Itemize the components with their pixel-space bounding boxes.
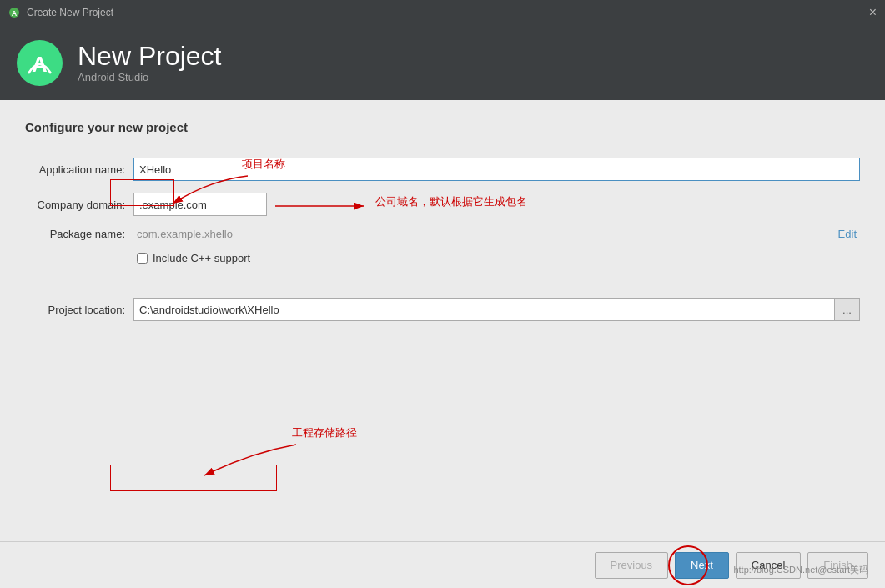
- project-location-label: Project location:: [25, 304, 133, 316]
- form-area: Application name: Company domain: 公司域名，默…: [25, 158, 860, 264]
- company-domain-annotation: 公司域名，默认根据它生成包名: [375, 194, 527, 209]
- company-domain-row: Company domain: 公司域名，默认根据它生成包名: [25, 193, 860, 216]
- previous-button[interactable]: Previous: [595, 552, 669, 579]
- package-name-label: Package name:: [25, 228, 133, 240]
- company-domain-label: Company domain:: [25, 199, 133, 211]
- close-button[interactable]: ×: [869, 6, 877, 19]
- project-name-arrow: [168, 172, 252, 214]
- project-path-arrow: [200, 440, 300, 482]
- header-subtitle: Android Studio: [78, 71, 222, 83]
- dialog-header: A New Project Android Studio: [0, 25, 885, 100]
- svg-text:A: A: [12, 9, 18, 18]
- finish-button[interactable]: Finish: [807, 552, 868, 579]
- package-name-row: Package name: com.example.xhello Edit: [25, 228, 860, 240]
- company-domain-arrow: [275, 196, 375, 216]
- project-path-annotation-group: 工程存储路径: [292, 425, 357, 440]
- title-bar: A Create New Project ×: [0, 0, 885, 25]
- next-button[interactable]: Next: [675, 552, 729, 579]
- header-title: New Project: [78, 42, 222, 71]
- app-name-row: Application name:: [25, 158, 860, 181]
- cpp-support-label[interactable]: Include C++ support: [153, 252, 250, 264]
- cancel-button[interactable]: Cancel: [736, 552, 801, 579]
- edit-link[interactable]: Edit: [838, 228, 860, 240]
- app-name-label: Application name:: [25, 163, 133, 176]
- project-path-annotation-text: 工程存储路径: [292, 426, 357, 439]
- browse-button[interactable]: ...: [835, 298, 860, 321]
- title-bar-left: A Create New Project: [8, 7, 113, 18]
- cpp-support-row: Include C++ support: [137, 252, 860, 264]
- title-bar-text: Create New Project: [27, 7, 113, 18]
- dialog-content: Configure your new project Application n…: [0, 100, 885, 588]
- dialog-footer: Previous Next Cancel Finish: [0, 541, 885, 588]
- project-location-input[interactable]: [133, 298, 835, 321]
- project-location-input-wrap: ...: [133, 298, 860, 321]
- cpp-support-checkbox[interactable]: [137, 253, 148, 264]
- header-text-block: New Project Android Studio: [78, 42, 222, 83]
- project-name-annotation-text: 项目名称: [242, 158, 285, 170]
- section-title: Configure your new project: [25, 120, 860, 134]
- project-location-area: Project location: ...: [25, 298, 860, 321]
- package-name-value: com.example.xhello: [133, 228, 233, 240]
- project-location-row: Project location: ...: [25, 298, 860, 321]
- android-studio-logo: A: [17, 40, 63, 86]
- android-studio-title-icon: A: [8, 7, 20, 18]
- project-name-annotation-group: 项目名称: [242, 157, 285, 172]
